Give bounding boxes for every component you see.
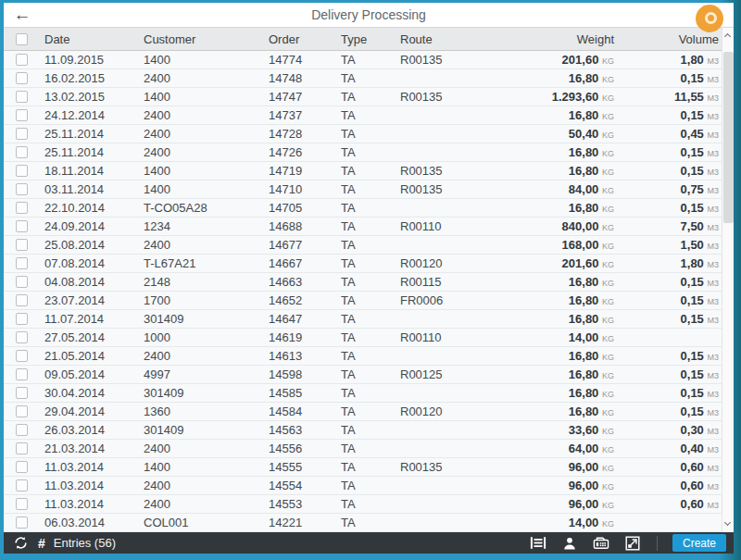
scroll-up-arrow-icon[interactable] xyxy=(725,34,732,41)
column-header-volume[interactable]: Volume xyxy=(614,32,722,46)
column-header-type[interactable]: Type xyxy=(337,32,396,46)
row-checkbox[interactable] xyxy=(16,128,28,140)
row-checkbox[interactable] xyxy=(16,368,28,380)
cell-weight: 96,00 KG xyxy=(485,497,614,511)
cell-route: R00110 xyxy=(396,330,485,344)
cell-order: 14667 xyxy=(265,256,337,270)
row-checkbox[interactable] xyxy=(16,54,28,66)
table-row[interactable]: 11.03.2014 2400 14554 TA 96,00 KG 0,60 M… xyxy=(4,477,722,495)
row-checkbox[interactable] xyxy=(16,257,28,269)
cell-order: 14619 xyxy=(265,330,337,344)
create-button[interactable]: Create xyxy=(672,534,726,552)
refresh-button[interactable] xyxy=(11,535,30,552)
column-header-date[interactable]: Date xyxy=(41,32,140,46)
table-row[interactable]: 09.05.2014 4997 14598 TA R00125 16,80 KG… xyxy=(4,366,722,384)
full-screen-button[interactable] xyxy=(623,535,642,552)
footer-toolbar: # Entries (56) xyxy=(4,532,734,554)
row-checkbox[interactable] xyxy=(16,331,28,343)
cell-route: R00135 xyxy=(396,460,485,474)
table-row[interactable]: 30.04.2014 301409 14585 TA 16,80 KG 0,15… xyxy=(4,384,722,403)
row-checkbox[interactable] xyxy=(16,91,28,103)
row-checkbox[interactable] xyxy=(16,220,28,232)
table-row[interactable]: 22.10.2014 T-CO05A28 14705 TA 16,80 KG 0… xyxy=(4,199,722,218)
cell-weight: 16,80 KG xyxy=(485,312,614,326)
table-row[interactable]: 04.08.2014 2148 14663 TA R00115 16,80 KG… xyxy=(4,273,722,292)
row-checkbox[interactable] xyxy=(16,109,28,121)
table-row[interactable]: 25.11.2014 2400 14726 TA 16,80 KG 0,15 M… xyxy=(4,143,722,162)
cell-type: TA xyxy=(337,349,396,363)
cell-customer: T-CO05A28 xyxy=(140,201,265,215)
row-checkbox[interactable] xyxy=(16,313,28,325)
row-checkbox[interactable] xyxy=(16,183,28,195)
row-checkbox[interactable] xyxy=(16,202,28,214)
cell-order: 14719 xyxy=(265,164,337,178)
back-button[interactable]: ← xyxy=(4,3,41,27)
table-row[interactable]: 29.04.2014 1360 14584 TA R00120 16,80 KG… xyxy=(4,403,722,421)
rows-filter-button[interactable] xyxy=(529,535,547,552)
cell-order: 14710 xyxy=(265,182,337,196)
row-checkbox[interactable] xyxy=(16,146,28,158)
column-header-weight[interactable]: Weight xyxy=(485,32,614,46)
cell-order: 14647 xyxy=(265,312,337,326)
table-row[interactable]: 03.11.2014 1400 14710 TA R00135 84,00 KG… xyxy=(4,180,722,199)
table-row[interactable]: 07.08.2014 T-L67A21 14667 TA R00120 201,… xyxy=(4,255,722,273)
cell-type: TA xyxy=(337,275,396,289)
row-checkbox[interactable] xyxy=(16,516,28,529)
table-row[interactable]: 26.03.2014 301409 14563 TA 33,60 KG 0,30… xyxy=(4,421,722,440)
cell-volume: 0,30 M3 xyxy=(614,423,722,437)
row-checkbox[interactable] xyxy=(16,424,28,436)
vertical-scrollbar[interactable] xyxy=(722,28,734,532)
table-row[interactable]: 27.05.2014 1000 14619 TA R00110 14,00 KG xyxy=(4,329,722,347)
user-avatar[interactable] xyxy=(696,5,723,32)
table-row[interactable]: 23.07.2014 1700 14652 TA FR0006 16,80 KG… xyxy=(4,292,722,310)
row-checkbox[interactable] xyxy=(16,294,28,306)
cell-volume: 0,60 M3 xyxy=(614,460,722,474)
column-header-customer[interactable]: Customer xyxy=(140,32,265,46)
table-body: 11.09.2015 1400 14774 TA R00135 201,60 K… xyxy=(4,51,734,532)
scrollbar-thumb[interactable] xyxy=(723,52,734,223)
row-checkbox[interactable] xyxy=(16,405,28,417)
cell-order: 14726 xyxy=(265,145,337,159)
table-row[interactable]: 18.11.2014 1400 14719 TA R00135 16,80 KG… xyxy=(4,162,722,180)
row-checkbox[interactable] xyxy=(16,479,28,492)
row-checkbox[interactable] xyxy=(16,72,28,84)
row-checkbox[interactable] xyxy=(16,276,28,288)
column-header-route[interactable]: Route xyxy=(396,32,485,46)
select-all-checkbox[interactable] xyxy=(16,33,28,45)
cell-weight: 16,80 KG xyxy=(485,145,614,159)
table-row[interactable]: 11.09.2015 1400 14774 TA R00135 201,60 K… xyxy=(4,51,722,69)
column-header-order[interactable]: Order xyxy=(265,32,337,46)
table-row[interactable]: 25.11.2014 2400 14728 TA 50,40 KG 0,45 M… xyxy=(4,125,722,143)
cell-type: TA xyxy=(337,404,396,418)
row-checkbox[interactable] xyxy=(16,498,28,510)
table-row[interactable]: 25.08.2014 2400 14677 TA 168,00 KG 1,50 … xyxy=(4,236,722,255)
table-row[interactable]: 11.07.2014 301409 14647 TA 16,80 KG 0,15… xyxy=(4,310,722,329)
cell-order: 14688 xyxy=(265,219,337,233)
table-row[interactable]: 11.03.2014 1400 14555 TA R00135 96,00 KG… xyxy=(4,458,722,477)
cell-type: TA xyxy=(337,90,396,104)
table-row[interactable]: 06.03.2014 COL001 14221 TA 14,00 KG xyxy=(4,514,722,532)
cell-type: TA xyxy=(337,479,396,492)
cell-order: 14705 xyxy=(265,201,337,215)
table-row[interactable]: 24.09.2014 1234 14688 TA R00110 840,00 K… xyxy=(4,218,722,236)
row-checkbox[interactable] xyxy=(16,239,28,251)
scroll-down-arrow-icon[interactable] xyxy=(725,520,732,527)
cell-type: TA xyxy=(337,53,396,67)
row-checkbox[interactable] xyxy=(16,442,28,454)
fax-button[interactable] xyxy=(592,535,610,552)
cell-weight: 201,60 KG xyxy=(485,53,614,67)
row-checkbox[interactable] xyxy=(16,387,28,399)
row-checkbox[interactable] xyxy=(16,350,28,362)
cell-customer: 1700 xyxy=(140,293,265,307)
cell-order: 14553 xyxy=(265,497,337,511)
table-row[interactable]: 21.03.2014 2400 14556 TA 64,00 KG 0,40 M… xyxy=(4,440,722,458)
table-row[interactable]: 11.03.2014 2400 14553 TA 96,00 KG 0,60 M… xyxy=(4,495,722,514)
cell-order: 14774 xyxy=(265,53,337,67)
table-row[interactable]: 13.02.2015 1400 14747 TA R00135 1.293,60… xyxy=(4,88,722,106)
row-checkbox[interactable] xyxy=(16,165,28,177)
table-row[interactable]: 24.12.2014 2400 14737 TA 16,80 KG 0,15 M… xyxy=(4,106,722,125)
table-row[interactable]: 16.02.2015 2400 14748 TA 16,80 KG 0,15 M… xyxy=(4,69,722,88)
table-row[interactable]: 21.05.2014 2400 14613 TA 16,80 KG 0,15 M… xyxy=(4,347,722,366)
row-checkbox[interactable] xyxy=(16,461,28,473)
contacts-button[interactable] xyxy=(560,535,579,552)
